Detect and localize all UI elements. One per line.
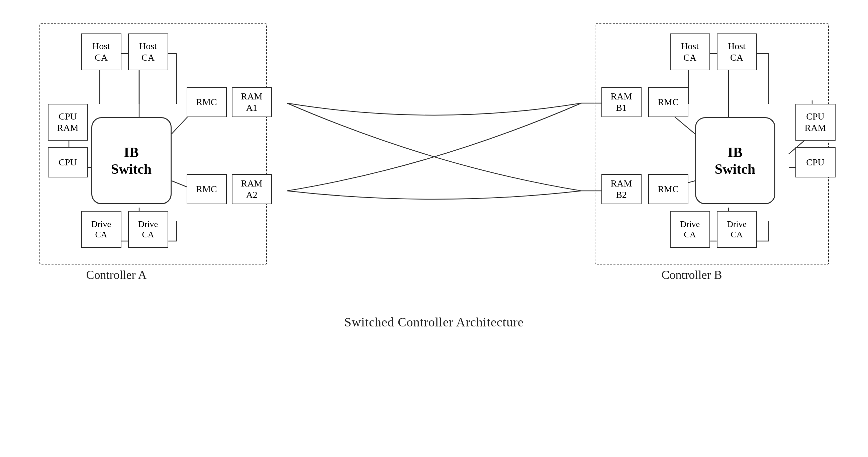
host-ca-2-a: Host CA [128, 33, 168, 70]
ram-b2: RAM B2 [601, 174, 642, 204]
controller-a-label: Controller A [86, 268, 147, 282]
drive-ca-1-a: Drive CA [81, 211, 121, 248]
diagram-caption: Switched Controller Architecture [267, 315, 601, 330]
diagram-area: Controller A Host CA Host CA CPU RAM CPU… [33, 13, 836, 382]
ram-a1: RAM A1 [232, 87, 272, 117]
rmc-a2: RMC [187, 174, 227, 204]
cpu-ram-b: CPU RAM [796, 104, 836, 141]
ib-switch-a: IB Switch [91, 117, 172, 204]
drive-ca-2-a: Drive CA [128, 211, 168, 248]
cpu-a: CPU [48, 147, 88, 177]
drive-ca-1-b: Drive CA [670, 211, 710, 248]
drive-ca-2-b: Drive CA [717, 211, 757, 248]
cpu-ram-a: CPU RAM [48, 104, 88, 141]
controller-b-label: Controller B [662, 268, 722, 282]
rmc-b2: RMC [648, 174, 688, 204]
cpu-b: CPU [796, 147, 836, 177]
host-ca-1-b: Host CA [670, 33, 710, 70]
host-ca-1-a: Host CA [81, 33, 121, 70]
ram-a2: RAM A2 [232, 174, 272, 204]
rmc-a1: RMC [187, 87, 227, 117]
rmc-b1: RMC [648, 87, 688, 117]
ib-switch-b: IB Switch [695, 117, 775, 204]
ram-b1: RAM B1 [601, 87, 642, 117]
page: Controller A Host CA Host CA CPU RAM CPU… [0, 0, 868, 457]
host-ca-2-b: Host CA [717, 33, 757, 70]
